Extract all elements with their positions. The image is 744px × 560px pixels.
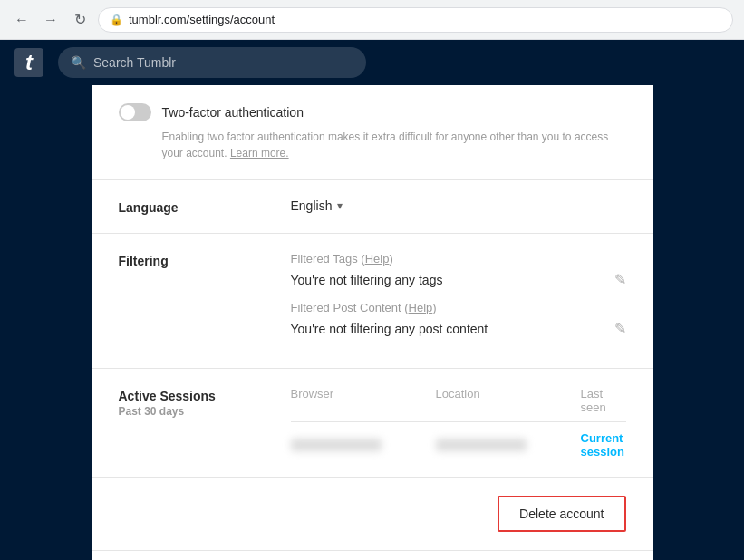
col-browser-header: Browser <box>291 387 400 414</box>
browser-blurred <box>291 439 382 451</box>
sessions-section: Active Sessions Past 30 days Browser Loc… <box>92 369 653 478</box>
back-button[interactable]: ← <box>11 9 33 31</box>
tfa-title: Two-factor authentication <box>162 105 304 120</box>
sessions-label: Active Sessions <box>119 389 264 403</box>
filtering-content: Filtered Tags (Help) You're not filterin… <box>291 252 626 350</box>
settings-card: Two-factor authentication Enabling two f… <box>92 85 653 560</box>
col-lastseen-header: Last seen <box>581 387 626 414</box>
col-location-header: Location <box>436 387 545 414</box>
tags-help-link[interactable]: Help <box>365 252 390 266</box>
tumblr-logo[interactable]: t <box>14 48 43 77</box>
session-location <box>436 439 545 451</box>
url-text: tumblr.com/settings/account <box>129 13 275 26</box>
address-bar[interactable]: 🔒 tumblr.com/settings/account <box>98 7 733 33</box>
tags-value: You're not filtering any tags <box>291 273 443 287</box>
search-bar[interactable]: 🔍 Search Tumblr <box>58 47 366 78</box>
tags-value-row: You're not filtering any tags ✎ <box>291 271 626 288</box>
session-browser <box>291 439 400 451</box>
delete-section: Delete account <box>92 478 653 551</box>
tfa-section: Two-factor authentication Enabling two f… <box>92 85 653 180</box>
tags-edit-icon[interactable]: ✎ <box>614 271 626 288</box>
app-header: t 🔍 Search Tumblr <box>0 40 744 85</box>
tfa-toggle[interactable] <box>119 103 151 121</box>
filtered-tags-label: Filtered Tags (Help) <box>291 252 626 266</box>
post-help-link[interactable]: Help <box>409 301 433 314</box>
post-edit-icon[interactable]: ✎ <box>614 320 626 337</box>
sessions-label-container: Active Sessions Past 30 days <box>119 387 264 459</box>
post-value: You're not filtering any post content <box>291 322 488 336</box>
lock-icon: 🔒 <box>110 14 123 26</box>
current-session-badge: Current session <box>581 431 626 459</box>
language-select[interactable]: English ▾ <box>291 198 626 213</box>
post-value-row: You're not filtering any post content ✎ <box>291 320 626 337</box>
filtered-post-label: Filtered Post Content (Help) <box>291 301 626 314</box>
browser-chrome: ← → ↻ 🔒 tumblr.com/settings/account <box>0 0 744 40</box>
table-row: Current session <box>291 431 626 459</box>
search-placeholder: Search Tumblr <box>93 55 176 70</box>
filtering-section: Filtering Filtered Tags (Help) You're no… <box>92 234 653 369</box>
language-label: Language <box>119 198 264 215</box>
delete-account-button[interactable]: Delete account <box>498 496 625 532</box>
reload-button[interactable]: ↻ <box>69 9 91 31</box>
sessions-table: Browser Location Last seen Current sessi… <box>291 387 626 459</box>
sessions-sublabel: Past 30 days <box>119 405 264 418</box>
language-value: English <box>291 198 333 213</box>
location-blurred <box>436 439 527 451</box>
forward-button[interactable]: → <box>40 9 62 31</box>
language-section: Language English ▾ <box>92 180 653 234</box>
tfa-description: Enabling two factor authentication makes… <box>162 129 626 161</box>
sessions-header: Browser Location Last seen <box>291 387 626 422</box>
learn-more-link[interactable]: Learn more. <box>230 147 289 159</box>
filtering-label: Filtering <box>119 252 264 350</box>
tfa-row: Two-factor authentication <box>119 103 626 121</box>
chevron-down-icon: ▾ <box>337 199 343 212</box>
search-icon: 🔍 <box>71 55 86 70</box>
main-wrapper: Two-factor authentication Enabling two f… <box>0 85 744 560</box>
language-content: English ▾ <box>291 198 626 215</box>
